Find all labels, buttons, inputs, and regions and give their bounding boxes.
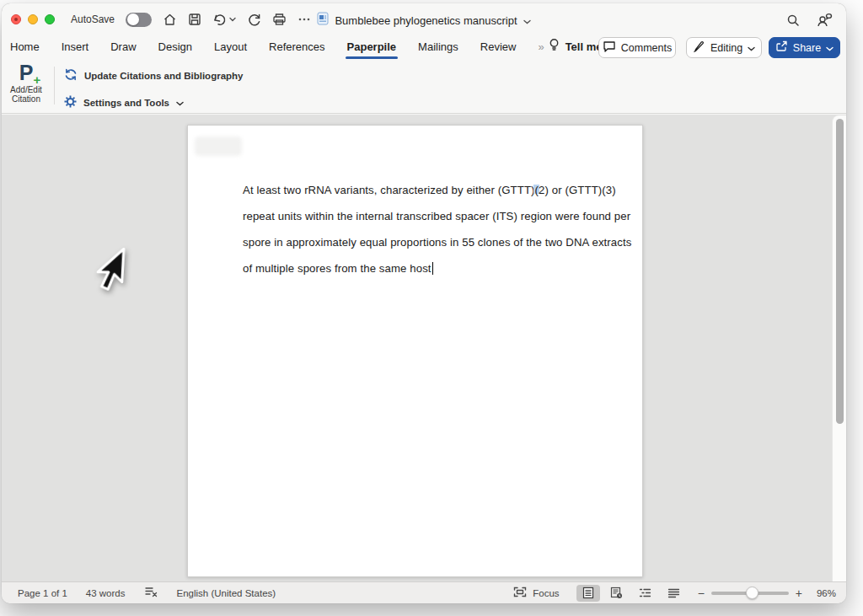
status-bar: Page 1 of 1 43 words English (United Sta…: [2, 581, 846, 603]
text-cursor: [432, 262, 433, 275]
settings-tools-label: Settings and Tools: [83, 98, 169, 108]
tab-layout[interactable]: Layout: [214, 40, 247, 53]
paperpile-logo: P+: [19, 62, 34, 83]
draft-view-button[interactable]: [662, 585, 686, 602]
focus-label: Focus: [533, 588, 559, 598]
outline-view-button[interactable]: [634, 585, 657, 602]
share-icon: [775, 40, 788, 55]
pencil-icon: [693, 40, 705, 56]
doc-line-4[interactable]: of multiple spores from the same host: [243, 255, 649, 281]
tab-home[interactable]: Home: [10, 40, 40, 53]
comments-label: Comments: [621, 42, 672, 54]
zoom-control: − + 96%: [698, 587, 836, 599]
tell-me-label[interactable]: Tell me: [566, 40, 603, 53]
zoom-out-button[interactable]: −: [698, 587, 705, 599]
document-canvas: At least two rRNA variants, characterize…: [2, 115, 846, 581]
language-indicator[interactable]: English (United States): [177, 588, 276, 598]
comments-button[interactable]: Comments: [598, 37, 676, 58]
document-page[interactable]: At least two rRNA variants, characterize…: [187, 125, 643, 577]
focus-toggle[interactable]: Focus: [513, 587, 559, 599]
lightbulb-icon: [549, 38, 560, 56]
tab-draw[interactable]: Draw: [110, 40, 136, 53]
ribbon-tab-row: Home Insert Draw Design Layout Reference…: [2, 34, 846, 60]
proofing-icon[interactable]: [144, 586, 158, 600]
zoom-in-button[interactable]: +: [796, 587, 802, 599]
settings-tools-button[interactable]: Settings and Tools: [64, 95, 243, 110]
titlebar: AutoSave: [2, 3, 846, 34]
search-icon[interactable]: [786, 13, 800, 30]
ribbon-divider: [54, 67, 55, 104]
add-edit-citation-button[interactable]: P+ Add/Edit Citation: [3, 62, 49, 110]
tab-design[interactable]: Design: [158, 40, 192, 53]
tell-me-group[interactable]: » Tell me: [538, 38, 602, 56]
plus-badge: +: [34, 69, 41, 91]
comment-bubble-icon: [603, 40, 616, 55]
overflow-chevrons-icon[interactable]: »: [538, 40, 542, 53]
refresh-icon: [64, 68, 78, 83]
share-button[interactable]: Share: [769, 37, 840, 58]
tab-references[interactable]: References: [269, 40, 324, 53]
ribbon-tabs: Home Insert Draw Design Layout Reference…: [10, 34, 602, 60]
zoom-slider-knob[interactable]: [746, 587, 758, 599]
web-layout-view-button[interactable]: [605, 585, 629, 602]
editing-button[interactable]: Editing: [686, 37, 762, 58]
tab-mailings[interactable]: Mailings: [418, 40, 458, 53]
word-count[interactable]: 43 words: [86, 588, 126, 598]
document-title-group[interactable]: Bumblebee phylogenetics manuscript: [2, 12, 846, 29]
mouse-cursor-icon: [93, 246, 128, 296]
scrollbar-thumb[interactable]: [836, 119, 844, 424]
tab-review[interactable]: Review: [480, 40, 517, 53]
account-share-icon[interactable]: [817, 13, 833, 30]
editing-chevron-icon: [748, 42, 755, 54]
paperpile-ribbon: P+ Add/Edit Citation Update Citations an…: [2, 60, 846, 114]
document-title[interactable]: Bumblebee phylogenetics manuscript: [335, 14, 517, 27]
doc-line-2[interactable]: repeat units within the internal transcr…: [243, 203, 649, 229]
share-chevron-icon: [826, 42, 834, 54]
page-count[interactable]: Page 1 of 1: [18, 588, 67, 598]
tab-paperpile[interactable]: Paperpile: [347, 40, 397, 53]
doc-line-3[interactable]: spore in approximately equal proportions…: [243, 229, 649, 255]
doc-line-1[interactable]: At least two rRNA variants, characterize…: [243, 177, 649, 203]
vertical-scrollbar[interactable]: [832, 115, 846, 581]
document-proxy-icon: [317, 12, 329, 29]
zoom-slider[interactable]: [711, 592, 789, 595]
view-switcher: [576, 585, 686, 602]
tab-insert[interactable]: Insert: [62, 40, 89, 53]
share-label: Share: [793, 42, 821, 54]
title-chevron-icon[interactable]: [523, 13, 531, 28]
update-citations-button[interactable]: Update Citations and Bibliography: [64, 68, 243, 83]
word-window: AutoSave: [2, 3, 846, 603]
citation-field[interactable]: (2): [535, 184, 549, 196]
settings-chevron-icon: [176, 98, 184, 108]
gear-icon: [64, 95, 77, 110]
titlebar-right-icons: [786, 13, 833, 30]
update-citations-label: Update Citations and Bibliography: [84, 71, 243, 81]
blurred-text: [195, 137, 242, 156]
editing-label: Editing: [710, 42, 742, 54]
document-text[interactable]: At least two rRNA variants, characterize…: [243, 177, 649, 281]
zoom-percentage[interactable]: 96%: [809, 588, 836, 598]
print-layout-view-button[interactable]: [576, 585, 600, 602]
focus-icon: [513, 587, 527, 599]
